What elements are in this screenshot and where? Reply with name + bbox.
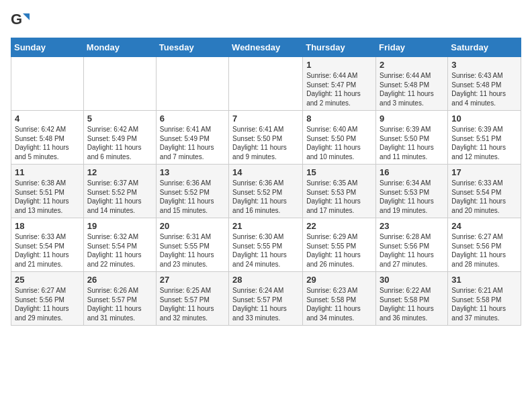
header-monday: Monday xyxy=(83,38,156,57)
day-number: 8 xyxy=(306,113,372,124)
day-detail: Sunrise: 6:42 AM Sunset: 5:49 PM Dayligh… xyxy=(87,125,152,161)
day-detail: Sunrise: 6:34 AM Sunset: 5:53 PM Dayligh… xyxy=(380,179,444,215)
day-number: 19 xyxy=(87,221,152,231)
calendar-cell: 8Sunrise: 6:40 AM Sunset: 5:50 PM Daylig… xyxy=(303,111,376,165)
day-detail: Sunrise: 6:41 AM Sunset: 5:49 PM Dayligh… xyxy=(160,125,225,161)
calendar-cell: 1Sunrise: 6:44 AM Sunset: 5:47 PM Daylig… xyxy=(303,57,376,111)
calendar-cell: 24Sunrise: 6:27 AM Sunset: 5:56 PM Dayli… xyxy=(448,218,521,272)
calendar-cell: 30Sunrise: 6:22 AM Sunset: 5:58 PM Dayli… xyxy=(376,272,448,326)
day-number: 13 xyxy=(160,167,225,177)
day-number: 22 xyxy=(306,221,372,231)
day-detail: Sunrise: 6:24 AM Sunset: 5:57 PM Dayligh… xyxy=(232,286,299,322)
calendar-cell xyxy=(11,57,84,111)
calendar-week-2: 4Sunrise: 6:42 AM Sunset: 5:48 PM Daylig… xyxy=(11,111,521,165)
header-thursday: Thursday xyxy=(303,38,376,57)
calendar-cell: 19Sunrise: 6:32 AM Sunset: 5:54 PM Dayli… xyxy=(83,218,156,272)
calendar-header-row: SundayMondayTuesdayWednesdayThursdayFrid… xyxy=(11,38,521,57)
day-detail: Sunrise: 6:33 AM Sunset: 5:54 PM Dayligh… xyxy=(15,232,80,269)
calendar-cell: 16Sunrise: 6:34 AM Sunset: 5:53 PM Dayli… xyxy=(376,165,448,218)
calendar-cell: 29Sunrise: 6:23 AM Sunset: 5:58 PM Dayli… xyxy=(303,272,376,326)
day-detail: Sunrise: 6:35 AM Sunset: 5:53 PM Dayligh… xyxy=(306,179,372,215)
day-number: 3 xyxy=(451,60,517,70)
calendar-cell: 18Sunrise: 6:33 AM Sunset: 5:54 PM Dayli… xyxy=(11,218,84,272)
day-detail: Sunrise: 6:44 AM Sunset: 5:48 PM Dayligh… xyxy=(380,71,444,107)
day-number: 18 xyxy=(15,221,80,231)
calendar-cell: 22Sunrise: 6:29 AM Sunset: 5:55 PM Dayli… xyxy=(303,218,376,272)
calendar-cell xyxy=(156,57,228,111)
day-number: 26 xyxy=(87,275,152,285)
calendar-week-4: 18Sunrise: 6:33 AM Sunset: 5:54 PM Dayli… xyxy=(11,218,521,272)
calendar-cell: 27Sunrise: 6:25 AM Sunset: 5:57 PM Dayli… xyxy=(156,272,228,326)
day-number: 16 xyxy=(380,167,444,177)
calendar-cell: 14Sunrise: 6:36 AM Sunset: 5:52 PM Dayli… xyxy=(229,165,303,218)
calendar-cell: 11Sunrise: 6:38 AM Sunset: 5:51 PM Dayli… xyxy=(11,165,84,218)
calendar-week-5: 25Sunrise: 6:27 AM Sunset: 5:56 PM Dayli… xyxy=(11,272,521,326)
calendar-week-1: 1Sunrise: 6:44 AM Sunset: 5:47 PM Daylig… xyxy=(11,57,521,111)
header-saturday: Saturday xyxy=(448,38,521,57)
day-detail: Sunrise: 6:41 AM Sunset: 5:50 PM Dayligh… xyxy=(232,125,299,161)
calendar-cell: 2Sunrise: 6:44 AM Sunset: 5:48 PM Daylig… xyxy=(376,57,448,111)
day-number: 25 xyxy=(15,275,80,285)
svg-text:G: G xyxy=(11,11,22,28)
calendar-cell: 21Sunrise: 6:30 AM Sunset: 5:55 PM Dayli… xyxy=(229,218,303,272)
calendar-cell xyxy=(83,57,156,111)
day-number: 28 xyxy=(232,275,299,285)
day-number: 31 xyxy=(451,275,517,285)
day-number: 27 xyxy=(160,275,225,285)
day-number: 5 xyxy=(87,113,152,124)
calendar-cell: 28Sunrise: 6:24 AM Sunset: 5:57 PM Dayli… xyxy=(229,272,303,326)
day-detail: Sunrise: 6:38 AM Sunset: 5:51 PM Dayligh… xyxy=(15,179,80,215)
calendar-cell: 20Sunrise: 6:31 AM Sunset: 5:55 PM Dayli… xyxy=(156,218,228,272)
svg-marker-1 xyxy=(23,13,30,20)
calendar-table: SundayMondayTuesdayWednesdayThursdayFrid… xyxy=(11,38,521,326)
calendar-week-3: 11Sunrise: 6:38 AM Sunset: 5:51 PM Dayli… xyxy=(11,165,521,218)
day-number: 30 xyxy=(380,275,444,285)
day-detail: Sunrise: 6:44 AM Sunset: 5:47 PM Dayligh… xyxy=(306,71,372,107)
day-number: 14 xyxy=(232,167,299,177)
calendar-cell: 6Sunrise: 6:41 AM Sunset: 5:49 PM Daylig… xyxy=(156,111,228,165)
calendar-cell: 9Sunrise: 6:39 AM Sunset: 5:50 PM Daylig… xyxy=(376,111,448,165)
day-detail: Sunrise: 6:29 AM Sunset: 5:55 PM Dayligh… xyxy=(306,232,372,269)
day-detail: Sunrise: 6:31 AM Sunset: 5:55 PM Dayligh… xyxy=(160,232,225,269)
day-detail: Sunrise: 6:30 AM Sunset: 5:55 PM Dayligh… xyxy=(232,232,299,269)
calendar-cell xyxy=(229,57,303,111)
logo: G xyxy=(11,11,32,30)
day-detail: Sunrise: 6:36 AM Sunset: 5:52 PM Dayligh… xyxy=(160,179,225,215)
day-number: 2 xyxy=(380,60,444,70)
logo-icon: G xyxy=(11,11,30,30)
day-detail: Sunrise: 6:28 AM Sunset: 5:56 PM Dayligh… xyxy=(380,232,444,269)
day-detail: Sunrise: 6:22 AM Sunset: 5:58 PM Dayligh… xyxy=(380,286,444,322)
header-friday: Friday xyxy=(376,38,448,57)
day-number: 7 xyxy=(232,113,299,124)
day-detail: Sunrise: 6:27 AM Sunset: 5:56 PM Dayligh… xyxy=(15,286,80,322)
day-number: 9 xyxy=(380,113,444,124)
calendar-cell: 13Sunrise: 6:36 AM Sunset: 5:52 PM Dayli… xyxy=(156,165,228,218)
day-detail: Sunrise: 6:43 AM Sunset: 5:48 PM Dayligh… xyxy=(451,71,517,107)
calendar-cell: 5Sunrise: 6:42 AM Sunset: 5:49 PM Daylig… xyxy=(83,111,156,165)
header-sunday: Sunday xyxy=(11,38,84,57)
calendar-cell: 26Sunrise: 6:26 AM Sunset: 5:57 PM Dayli… xyxy=(83,272,156,326)
calendar-cell: 17Sunrise: 6:33 AM Sunset: 5:54 PM Dayli… xyxy=(448,165,521,218)
day-detail: Sunrise: 6:21 AM Sunset: 5:58 PM Dayligh… xyxy=(451,286,517,322)
day-number: 6 xyxy=(160,113,225,124)
day-number: 21 xyxy=(232,221,299,231)
day-detail: Sunrise: 6:42 AM Sunset: 5:48 PM Dayligh… xyxy=(15,125,80,161)
day-number: 10 xyxy=(451,113,517,124)
day-detail: Sunrise: 6:39 AM Sunset: 5:51 PM Dayligh… xyxy=(451,125,517,161)
day-detail: Sunrise: 6:27 AM Sunset: 5:56 PM Dayligh… xyxy=(451,232,517,269)
day-number: 17 xyxy=(451,167,517,177)
day-detail: Sunrise: 6:36 AM Sunset: 5:52 PM Dayligh… xyxy=(232,179,299,215)
page-header: G xyxy=(11,11,521,30)
calendar-cell: 25Sunrise: 6:27 AM Sunset: 5:56 PM Dayli… xyxy=(11,272,84,326)
calendar-cell: 3Sunrise: 6:43 AM Sunset: 5:48 PM Daylig… xyxy=(448,57,521,111)
day-detail: Sunrise: 6:26 AM Sunset: 5:57 PM Dayligh… xyxy=(87,286,152,322)
day-number: 11 xyxy=(15,167,80,177)
calendar-cell: 10Sunrise: 6:39 AM Sunset: 5:51 PM Dayli… xyxy=(448,111,521,165)
day-number: 29 xyxy=(306,275,372,285)
day-detail: Sunrise: 6:23 AM Sunset: 5:58 PM Dayligh… xyxy=(306,286,372,322)
day-detail: Sunrise: 6:25 AM Sunset: 5:57 PM Dayligh… xyxy=(160,286,225,322)
day-detail: Sunrise: 6:39 AM Sunset: 5:50 PM Dayligh… xyxy=(380,125,444,161)
day-number: 23 xyxy=(380,221,444,231)
calendar-cell: 7Sunrise: 6:41 AM Sunset: 5:50 PM Daylig… xyxy=(229,111,303,165)
calendar-cell: 15Sunrise: 6:35 AM Sunset: 5:53 PM Dayli… xyxy=(303,165,376,218)
